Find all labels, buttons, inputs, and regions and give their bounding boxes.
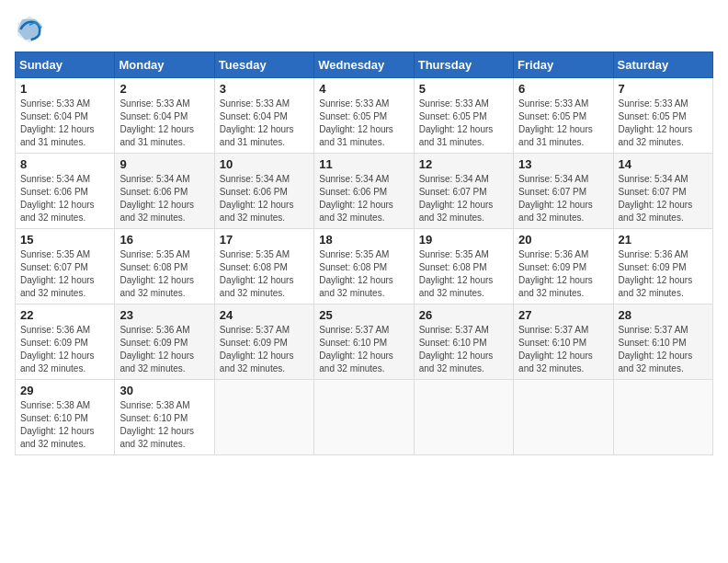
day-number: 15 — [20, 233, 109, 247]
weekday-header-sunday: Sunday — [16, 52, 115, 78]
calendar-cell: 14Sunrise: 5:34 AMSunset: 6:07 PMDayligh… — [613, 154, 712, 229]
calendar-cell — [514, 380, 613, 455]
day-number: 23 — [119, 308, 209, 322]
day-number: 27 — [518, 308, 608, 322]
day-info: Sunrise: 5:36 AMSunset: 6:09 PMDaylight:… — [119, 324, 209, 375]
calendar-cell: 15Sunrise: 5:35 AMSunset: 6:07 PMDayligh… — [16, 229, 115, 304]
day-info: Sunrise: 5:35 AMSunset: 6:08 PMDaylight:… — [119, 248, 209, 300]
day-info: Sunrise: 5:37 AMSunset: 6:09 PMDaylight:… — [220, 324, 309, 375]
day-number: 22 — [20, 308, 109, 322]
header — [15, 15, 713, 44]
day-info: Sunrise: 5:33 AMSunset: 6:05 PMDaylight:… — [619, 98, 708, 149]
calendar-cell — [314, 380, 414, 455]
logo — [15, 15, 48, 44]
day-info: Sunrise: 5:34 AMSunset: 6:06 PMDaylight:… — [20, 173, 109, 224]
day-info: Sunrise: 5:34 AMSunset: 6:06 PMDaylight:… — [319, 173, 408, 224]
weekday-header-row: SundayMondayTuesdayWednesdayThursdayFrid… — [16, 52, 713, 78]
day-info: Sunrise: 5:37 AMSunset: 6:10 PMDaylight:… — [619, 324, 708, 375]
week-row-1: 1Sunrise: 5:33 AMSunset: 6:04 PMDaylight… — [16, 78, 713, 154]
calendar-cell: 21Sunrise: 5:36 AMSunset: 6:09 PMDayligh… — [613, 229, 712, 304]
day-info: Sunrise: 5:33 AMSunset: 6:05 PMDaylight:… — [518, 98, 608, 149]
calendar-cell: 7Sunrise: 5:33 AMSunset: 6:05 PMDaylight… — [613, 78, 712, 154]
day-info: Sunrise: 5:33 AMSunset: 6:04 PMDaylight:… — [20, 98, 109, 149]
calendar-cell: 28Sunrise: 5:37 AMSunset: 6:10 PMDayligh… — [613, 304, 712, 380]
day-number: 16 — [119, 233, 209, 247]
logo-icon — [15, 15, 44, 44]
day-number: 21 — [619, 233, 708, 247]
day-number: 10 — [220, 157, 309, 171]
calendar-cell: 22Sunrise: 5:36 AMSunset: 6:09 PMDayligh… — [16, 304, 115, 380]
calendar-cell: 9Sunrise: 5:34 AMSunset: 6:06 PMDaylight… — [115, 154, 214, 229]
calendar-cell: 29Sunrise: 5:38 AMSunset: 6:10 PMDayligh… — [16, 380, 115, 455]
calendar-cell — [613, 380, 712, 455]
calendar-cell: 26Sunrise: 5:37 AMSunset: 6:10 PMDayligh… — [414, 304, 513, 380]
day-info: Sunrise: 5:35 AMSunset: 6:08 PMDaylight:… — [419, 248, 508, 300]
calendar-cell: 4Sunrise: 5:33 AMSunset: 6:05 PMDaylight… — [314, 78, 414, 154]
day-info: Sunrise: 5:33 AMSunset: 6:05 PMDaylight:… — [319, 98, 408, 149]
day-number: 8 — [20, 157, 109, 171]
day-number: 29 — [20, 384, 109, 397]
week-row-2: 8Sunrise: 5:34 AMSunset: 6:06 PMDaylight… — [16, 154, 713, 229]
calendar-cell: 12Sunrise: 5:34 AMSunset: 6:07 PMDayligh… — [414, 154, 513, 229]
day-number: 14 — [619, 157, 708, 171]
weekday-header-tuesday: Tuesday — [214, 52, 313, 78]
day-number: 18 — [319, 233, 408, 247]
calendar-cell: 17Sunrise: 5:35 AMSunset: 6:08 PMDayligh… — [214, 229, 313, 304]
calendar-cell: 23Sunrise: 5:36 AMSunset: 6:09 PMDayligh… — [115, 304, 214, 380]
day-number: 2 — [119, 82, 209, 96]
calendar-cell — [414, 380, 513, 455]
calendar-cell: 30Sunrise: 5:38 AMSunset: 6:10 PMDayligh… — [115, 380, 214, 455]
day-number: 19 — [419, 233, 508, 247]
day-number: 1 — [20, 82, 109, 96]
day-number: 12 — [419, 157, 508, 171]
calendar-cell: 10Sunrise: 5:34 AMSunset: 6:06 PMDayligh… — [214, 154, 313, 229]
day-info: Sunrise: 5:33 AMSunset: 6:05 PMDaylight:… — [419, 98, 508, 149]
calendar-cell: 19Sunrise: 5:35 AMSunset: 6:08 PMDayligh… — [414, 229, 513, 304]
calendar-cell: 24Sunrise: 5:37 AMSunset: 6:09 PMDayligh… — [214, 304, 313, 380]
day-number: 28 — [619, 308, 708, 322]
day-info: Sunrise: 5:35 AMSunset: 6:07 PMDaylight:… — [20, 248, 109, 300]
day-number: 26 — [419, 308, 508, 322]
day-number: 25 — [319, 308, 408, 322]
day-info: Sunrise: 5:33 AMSunset: 6:04 PMDaylight:… — [220, 98, 309, 149]
weekday-header-monday: Monday — [115, 52, 214, 78]
week-row-5: 29Sunrise: 5:38 AMSunset: 6:10 PMDayligh… — [16, 380, 713, 455]
day-info: Sunrise: 5:34 AMSunset: 6:07 PMDaylight:… — [619, 173, 708, 224]
day-info: Sunrise: 5:37 AMSunset: 6:10 PMDaylight:… — [319, 324, 408, 375]
day-number: 11 — [319, 157, 408, 171]
calendar-cell: 13Sunrise: 5:34 AMSunset: 6:07 PMDayligh… — [514, 154, 613, 229]
calendar-cell: 25Sunrise: 5:37 AMSunset: 6:10 PMDayligh… — [314, 304, 414, 380]
day-number: 7 — [619, 82, 708, 96]
day-info: Sunrise: 5:35 AMSunset: 6:08 PMDaylight:… — [319, 248, 408, 300]
calendar-cell — [214, 380, 313, 455]
day-info: Sunrise: 5:36 AMSunset: 6:09 PMDaylight:… — [619, 248, 708, 300]
day-number: 3 — [220, 82, 309, 96]
calendar-cell: 11Sunrise: 5:34 AMSunset: 6:06 PMDayligh… — [314, 154, 414, 229]
day-info: Sunrise: 5:37 AMSunset: 6:10 PMDaylight:… — [419, 324, 508, 375]
day-number: 6 — [518, 82, 608, 96]
day-number: 13 — [518, 157, 608, 171]
calendar-cell: 8Sunrise: 5:34 AMSunset: 6:06 PMDaylight… — [16, 154, 115, 229]
day-number: 4 — [319, 82, 408, 96]
calendar-cell: 18Sunrise: 5:35 AMSunset: 6:08 PMDayligh… — [314, 229, 414, 304]
day-info: Sunrise: 5:34 AMSunset: 6:06 PMDaylight:… — [220, 173, 309, 224]
weekday-header-wednesday: Wednesday — [314, 52, 414, 78]
day-info: Sunrise: 5:37 AMSunset: 6:10 PMDaylight:… — [518, 324, 608, 375]
day-number: 20 — [518, 233, 608, 247]
weekday-header-saturday: Saturday — [613, 52, 712, 78]
day-info: Sunrise: 5:36 AMSunset: 6:09 PMDaylight:… — [518, 248, 608, 300]
calendar-cell: 2Sunrise: 5:33 AMSunset: 6:04 PMDaylight… — [115, 78, 214, 154]
calendar-cell: 20Sunrise: 5:36 AMSunset: 6:09 PMDayligh… — [514, 229, 613, 304]
day-number: 17 — [220, 233, 309, 247]
calendar-cell: 5Sunrise: 5:33 AMSunset: 6:05 PMDaylight… — [414, 78, 513, 154]
weekday-header-thursday: Thursday — [414, 52, 513, 78]
calendar-cell: 1Sunrise: 5:33 AMSunset: 6:04 PMDaylight… — [16, 78, 115, 154]
week-row-4: 22Sunrise: 5:36 AMSunset: 6:09 PMDayligh… — [16, 304, 713, 380]
day-number: 9 — [119, 157, 209, 171]
day-info: Sunrise: 5:33 AMSunset: 6:04 PMDaylight:… — [119, 98, 209, 149]
day-info: Sunrise: 5:34 AMSunset: 6:07 PMDaylight:… — [419, 173, 508, 224]
day-info: Sunrise: 5:38 AMSunset: 6:10 PMDaylight:… — [20, 399, 109, 451]
day-number: 30 — [119, 384, 209, 397]
calendar: SundayMondayTuesdayWednesdayThursdayFrid… — [15, 52, 713, 455]
calendar-cell: 27Sunrise: 5:37 AMSunset: 6:10 PMDayligh… — [514, 304, 613, 380]
